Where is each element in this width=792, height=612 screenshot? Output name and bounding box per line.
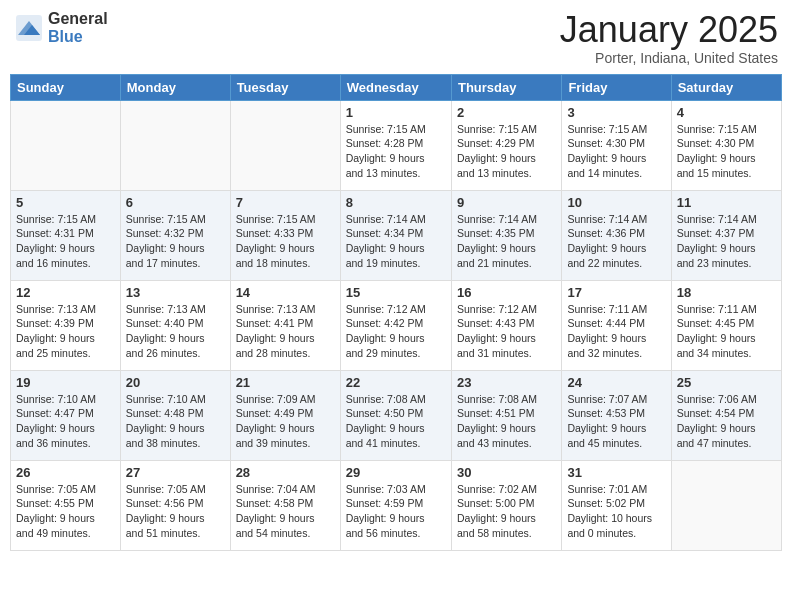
day-number: 21 <box>236 375 335 390</box>
calendar-cell: 23Sunrise: 7:08 AM Sunset: 4:51 PM Dayli… <box>451 370 561 460</box>
day-number: 20 <box>126 375 225 390</box>
day-info: Sunrise: 7:13 AM Sunset: 4:41 PM Dayligh… <box>236 302 335 361</box>
day-number: 17 <box>567 285 665 300</box>
day-number: 5 <box>16 195 115 210</box>
day-info: Sunrise: 7:12 AM Sunset: 4:43 PM Dayligh… <box>457 302 556 361</box>
month-title: January 2025 <box>560 10 778 50</box>
logo: General Blue <box>14 10 108 45</box>
page-header: General Blue January 2025 Porter, Indian… <box>10 10 782 66</box>
day-number: 3 <box>567 105 665 120</box>
day-info: Sunrise: 7:12 AM Sunset: 4:42 PM Dayligh… <box>346 302 446 361</box>
day-info: Sunrise: 7:15 AM Sunset: 4:30 PM Dayligh… <box>677 122 776 181</box>
calendar-cell: 8Sunrise: 7:14 AM Sunset: 4:34 PM Daylig… <box>340 190 451 280</box>
day-info: Sunrise: 7:08 AM Sunset: 4:51 PM Dayligh… <box>457 392 556 451</box>
day-info: Sunrise: 7:01 AM Sunset: 5:02 PM Dayligh… <box>567 482 665 541</box>
calendar-cell: 7Sunrise: 7:15 AM Sunset: 4:33 PM Daylig… <box>230 190 340 280</box>
weekday-header-sunday: Sunday <box>11 74 121 100</box>
calendar-cell: 1Sunrise: 7:15 AM Sunset: 4:28 PM Daylig… <box>340 100 451 190</box>
day-number: 2 <box>457 105 556 120</box>
calendar-cell: 5Sunrise: 7:15 AM Sunset: 4:31 PM Daylig… <box>11 190 121 280</box>
day-info: Sunrise: 7:08 AM Sunset: 4:50 PM Dayligh… <box>346 392 446 451</box>
day-info: Sunrise: 7:15 AM Sunset: 4:29 PM Dayligh… <box>457 122 556 181</box>
day-number: 6 <box>126 195 225 210</box>
calendar-cell: 19Sunrise: 7:10 AM Sunset: 4:47 PM Dayli… <box>11 370 121 460</box>
day-info: Sunrise: 7:15 AM Sunset: 4:32 PM Dayligh… <box>126 212 225 271</box>
day-info: Sunrise: 7:06 AM Sunset: 4:54 PM Dayligh… <box>677 392 776 451</box>
day-info: Sunrise: 7:02 AM Sunset: 5:00 PM Dayligh… <box>457 482 556 541</box>
day-number: 12 <box>16 285 115 300</box>
day-number: 23 <box>457 375 556 390</box>
day-number: 22 <box>346 375 446 390</box>
day-number: 25 <box>677 375 776 390</box>
day-number: 14 <box>236 285 335 300</box>
day-number: 9 <box>457 195 556 210</box>
location-text: Porter, Indiana, United States <box>560 50 778 66</box>
day-info: Sunrise: 7:15 AM Sunset: 4:28 PM Dayligh… <box>346 122 446 181</box>
calendar-cell: 11Sunrise: 7:14 AM Sunset: 4:37 PM Dayli… <box>671 190 781 280</box>
day-info: Sunrise: 7:05 AM Sunset: 4:56 PM Dayligh… <box>126 482 225 541</box>
day-info: Sunrise: 7:15 AM Sunset: 4:30 PM Dayligh… <box>567 122 665 181</box>
calendar-cell: 12Sunrise: 7:13 AM Sunset: 4:39 PM Dayli… <box>11 280 121 370</box>
day-info: Sunrise: 7:05 AM Sunset: 4:55 PM Dayligh… <box>16 482 115 541</box>
calendar-cell: 10Sunrise: 7:14 AM Sunset: 4:36 PM Dayli… <box>562 190 671 280</box>
day-info: Sunrise: 7:10 AM Sunset: 4:48 PM Dayligh… <box>126 392 225 451</box>
calendar-cell: 13Sunrise: 7:13 AM Sunset: 4:40 PM Dayli… <box>120 280 230 370</box>
weekday-header-row: SundayMondayTuesdayWednesdayThursdayFrid… <box>11 74 782 100</box>
week-row-5: 26Sunrise: 7:05 AM Sunset: 4:55 PM Dayli… <box>11 460 782 550</box>
week-row-4: 19Sunrise: 7:10 AM Sunset: 4:47 PM Dayli… <box>11 370 782 460</box>
day-info: Sunrise: 7:11 AM Sunset: 4:45 PM Dayligh… <box>677 302 776 361</box>
calendar-cell: 26Sunrise: 7:05 AM Sunset: 4:55 PM Dayli… <box>11 460 121 550</box>
calendar-cell: 21Sunrise: 7:09 AM Sunset: 4:49 PM Dayli… <box>230 370 340 460</box>
week-row-3: 12Sunrise: 7:13 AM Sunset: 4:39 PM Dayli… <box>11 280 782 370</box>
day-info: Sunrise: 7:14 AM Sunset: 4:35 PM Dayligh… <box>457 212 556 271</box>
calendar-cell: 4Sunrise: 7:15 AM Sunset: 4:30 PM Daylig… <box>671 100 781 190</box>
calendar-cell: 27Sunrise: 7:05 AM Sunset: 4:56 PM Dayli… <box>120 460 230 550</box>
day-info: Sunrise: 7:13 AM Sunset: 4:40 PM Dayligh… <box>126 302 225 361</box>
calendar-table: SundayMondayTuesdayWednesdayThursdayFrid… <box>10 74 782 551</box>
day-info: Sunrise: 7:13 AM Sunset: 4:39 PM Dayligh… <box>16 302 115 361</box>
day-info: Sunrise: 7:15 AM Sunset: 4:31 PM Dayligh… <box>16 212 115 271</box>
calendar-cell: 29Sunrise: 7:03 AM Sunset: 4:59 PM Dayli… <box>340 460 451 550</box>
calendar-cell <box>671 460 781 550</box>
calendar-cell <box>230 100 340 190</box>
calendar-cell: 22Sunrise: 7:08 AM Sunset: 4:50 PM Dayli… <box>340 370 451 460</box>
logo-blue-text: Blue <box>48 28 108 46</box>
day-number: 7 <box>236 195 335 210</box>
day-number: 28 <box>236 465 335 480</box>
day-number: 15 <box>346 285 446 300</box>
calendar-cell: 14Sunrise: 7:13 AM Sunset: 4:41 PM Dayli… <box>230 280 340 370</box>
week-row-2: 5Sunrise: 7:15 AM Sunset: 4:31 PM Daylig… <box>11 190 782 280</box>
day-info: Sunrise: 7:10 AM Sunset: 4:47 PM Dayligh… <box>16 392 115 451</box>
day-number: 30 <box>457 465 556 480</box>
logo-icon <box>14 13 44 43</box>
calendar-cell: 31Sunrise: 7:01 AM Sunset: 5:02 PM Dayli… <box>562 460 671 550</box>
week-row-1: 1Sunrise: 7:15 AM Sunset: 4:28 PM Daylig… <box>11 100 782 190</box>
day-number: 18 <box>677 285 776 300</box>
day-number: 1 <box>346 105 446 120</box>
weekday-header-wednesday: Wednesday <box>340 74 451 100</box>
day-info: Sunrise: 7:14 AM Sunset: 4:34 PM Dayligh… <box>346 212 446 271</box>
logo-text: General Blue <box>48 10 108 45</box>
calendar-cell: 30Sunrise: 7:02 AM Sunset: 5:00 PM Dayli… <box>451 460 561 550</box>
calendar-cell: 25Sunrise: 7:06 AM Sunset: 4:54 PM Dayli… <box>671 370 781 460</box>
calendar-cell <box>11 100 121 190</box>
weekday-header-tuesday: Tuesday <box>230 74 340 100</box>
day-number: 29 <box>346 465 446 480</box>
day-info: Sunrise: 7:14 AM Sunset: 4:36 PM Dayligh… <box>567 212 665 271</box>
logo-general-text: General <box>48 10 108 28</box>
calendar-cell: 3Sunrise: 7:15 AM Sunset: 4:30 PM Daylig… <box>562 100 671 190</box>
calendar-cell: 16Sunrise: 7:12 AM Sunset: 4:43 PM Dayli… <box>451 280 561 370</box>
day-info: Sunrise: 7:04 AM Sunset: 4:58 PM Dayligh… <box>236 482 335 541</box>
weekday-header-friday: Friday <box>562 74 671 100</box>
calendar-cell: 20Sunrise: 7:10 AM Sunset: 4:48 PM Dayli… <box>120 370 230 460</box>
calendar-cell: 15Sunrise: 7:12 AM Sunset: 4:42 PM Dayli… <box>340 280 451 370</box>
day-number: 31 <box>567 465 665 480</box>
calendar-cell: 6Sunrise: 7:15 AM Sunset: 4:32 PM Daylig… <box>120 190 230 280</box>
day-info: Sunrise: 7:03 AM Sunset: 4:59 PM Dayligh… <box>346 482 446 541</box>
day-number: 19 <box>16 375 115 390</box>
weekday-header-saturday: Saturday <box>671 74 781 100</box>
calendar-cell: 2Sunrise: 7:15 AM Sunset: 4:29 PM Daylig… <box>451 100 561 190</box>
title-block: January 2025 Porter, Indiana, United Sta… <box>560 10 778 66</box>
calendar-cell: 18Sunrise: 7:11 AM Sunset: 4:45 PM Dayli… <box>671 280 781 370</box>
calendar-cell: 24Sunrise: 7:07 AM Sunset: 4:53 PM Dayli… <box>562 370 671 460</box>
